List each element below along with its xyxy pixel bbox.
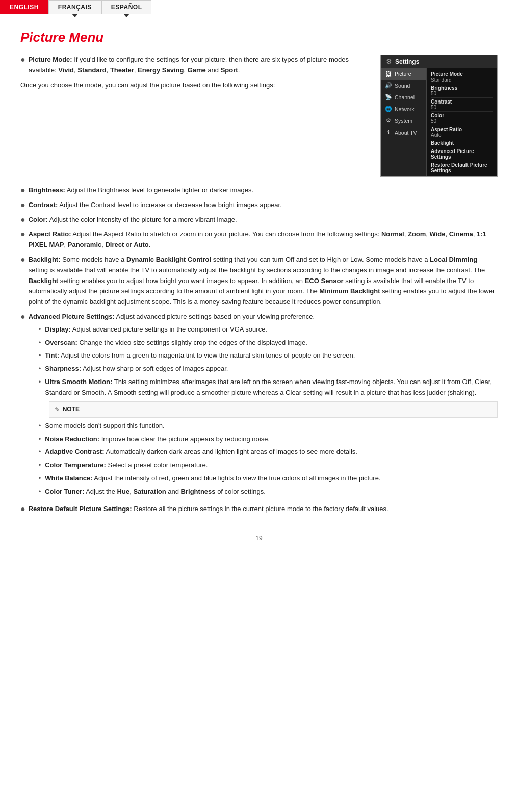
tv-menu-item-sound[interactable]: 🔊Sound — [381, 80, 426, 91]
tv-content-item: Aspect RatioAuto — [431, 125, 493, 139]
picture-mode-text: Picture Mode: If you'd like to configure… — [29, 55, 370, 76]
note-icon: ✎ — [55, 405, 60, 415]
tv-content-item: Backlight — [431, 139, 493, 147]
tv-settings-panel: ⚙ Settings 🖼Picture🔊Sound📡Channel🌐Networ… — [380, 55, 498, 177]
picture-icon: 🖼 — [385, 71, 392, 77]
picture-mode-bullet: ● Picture Mode: If you'd like to configu… — [20, 55, 370, 76]
contrast-bullet: ● Contrast: Adjust the Contrast level to… — [20, 200, 498, 211]
tv-menu-item-network[interactable]: 🌐Network — [381, 103, 426, 115]
ultra-smooth-sub: • Ultra Smooth Motion: This setting mini… — [39, 377, 498, 398]
lang-arrow-espanol — [123, 14, 130, 17]
tv-menu: 🖼Picture🔊Sound📡Channel🌐Network⚙SystemℹAb… — [381, 68, 427, 176]
page-title: Picture Menu — [20, 30, 498, 45]
tv-settings-body: 🖼Picture🔊Sound📡Channel🌐Network⚙SystemℹAb… — [381, 68, 497, 176]
network-icon: 🌐 — [385, 106, 392, 112]
lang-tab-espanol[interactable]: ESPAÑOL — [101, 0, 152, 14]
tv-content-item: Restore Default Picture Settings — [431, 161, 493, 174]
tv-menu-label-channel: Channel — [395, 94, 415, 100]
settings-title: Settings — [395, 58, 419, 65]
tv-content-item: Color50 — [431, 112, 493, 125]
main-text: ● Picture Mode: If you'd like to configu… — [20, 55, 370, 177]
bullet-dot: ● — [20, 55, 25, 76]
tv-menu-label-system: System — [395, 118, 412, 124]
note-label: NOTE — [63, 404, 80, 414]
adaptive-contrast-sub: • Adaptive Contrast: Automatically darke… — [39, 447, 498, 458]
tv-menu-label-picture: Picture — [395, 71, 411, 77]
tv-content: Picture ModeStandardBrightness50Contrast… — [427, 68, 497, 176]
tv-settings-header: ⚙ Settings — [381, 55, 497, 68]
display-sub: • Display: Adjust advanced picture setti… — [39, 324, 498, 335]
aspect-ratio-bullet: ● Aspect Ratio: Adjust the Aspect Ratio … — [20, 229, 498, 250]
tv-menu-label-sound: Sound — [395, 83, 410, 89]
tv-menu-item-channel[interactable]: 📡Channel — [381, 91, 426, 103]
note-box: ✎ NOTE — [49, 401, 498, 418]
tv-menu-item-abouttv[interactable]: ℹAbout TV — [381, 126, 426, 138]
tv-menu-label-abouttv: About TV — [395, 130, 417, 136]
channel-icon: 📡 — [385, 94, 392, 100]
system-icon: ⚙ — [385, 117, 392, 124]
section-intro: Once you choose the mode, you can adjust… — [20, 80, 370, 91]
tv-screenshot: ⚙ Settings 🖼Picture🔊Sound📡Channel🌐Networ… — [380, 55, 498, 177]
backlight-bullet: ● Backlight: Some models have a Dynamic … — [20, 255, 498, 308]
tv-menu-label-network: Network — [395, 106, 415, 112]
abouttv-icon: ℹ — [385, 129, 392, 136]
color-temperature-sub: • Color Temperature: Select a preset col… — [39, 460, 498, 471]
settings-gear-icon: ⚙ — [386, 58, 392, 65]
advanced-bullet: ● Advanced Picture Settings: Adjust adva… — [20, 312, 498, 500]
noise-reduction-sub: • Noise Reduction: Improve how clear the… — [39, 434, 498, 445]
tint-sub: • Tint: Adjust the colors from a green t… — [39, 350, 498, 361]
white-balance-sub: • White Balance: Adjust the intensity of… — [39, 473, 498, 484]
sharpness-sub: • Sharpness: Adjust how sharp or soft ed… — [39, 364, 498, 374]
restore-bullet: ● Restore Default Picture Settings: Rest… — [20, 504, 498, 515]
main-layout: ● Picture Mode: If you'd like to configu… — [20, 55, 498, 177]
note-item: • Some models don't support this functio… — [39, 421, 498, 432]
tv-content-item: Brightness50 — [431, 84, 493, 98]
bullets-section: ● Brightness: Adjust the Brightness leve… — [20, 185, 498, 514]
lang-tab-francais[interactable]: FRANÇAIS — [48, 0, 101, 14]
language-tabs: ENGLISHFRANÇAISESPAÑOL — [0, 0, 518, 14]
lang-arrow-francais — [72, 14, 78, 17]
color-tuner-sub: • Color Tuner: Adjust the Hue, Saturatio… — [39, 487, 498, 497]
tv-menu-item-picture[interactable]: 🖼Picture — [381, 68, 426, 80]
tv-content-item: Picture ModeStandard — [431, 70, 493, 84]
brightness-bullet: ● Brightness: Adjust the Brightness leve… — [20, 185, 498, 196]
overscan-sub: • Overscan: Change the video size settin… — [39, 338, 498, 348]
tv-content-item: Advanced Picture Settings — [431, 147, 493, 161]
color-bullet: ● Color: Adjust the color intensity of t… — [20, 215, 498, 225]
page-content: Picture Menu ● Picture Mode: If you'd li… — [0, 14, 518, 562]
tv-content-item: Contrast50 — [431, 98, 493, 112]
page-number: 19 — [20, 535, 498, 542]
advanced-sub-bullets: • Display: Adjust advanced picture setti… — [39, 324, 498, 497]
tv-menu-item-system[interactable]: ⚙System — [381, 115, 426, 126]
lang-tab-english[interactable]: ENGLISH — [0, 0, 48, 14]
picture-mode-label: Picture Mode: — [29, 56, 72, 63]
sound-icon: 🔊 — [385, 82, 392, 89]
